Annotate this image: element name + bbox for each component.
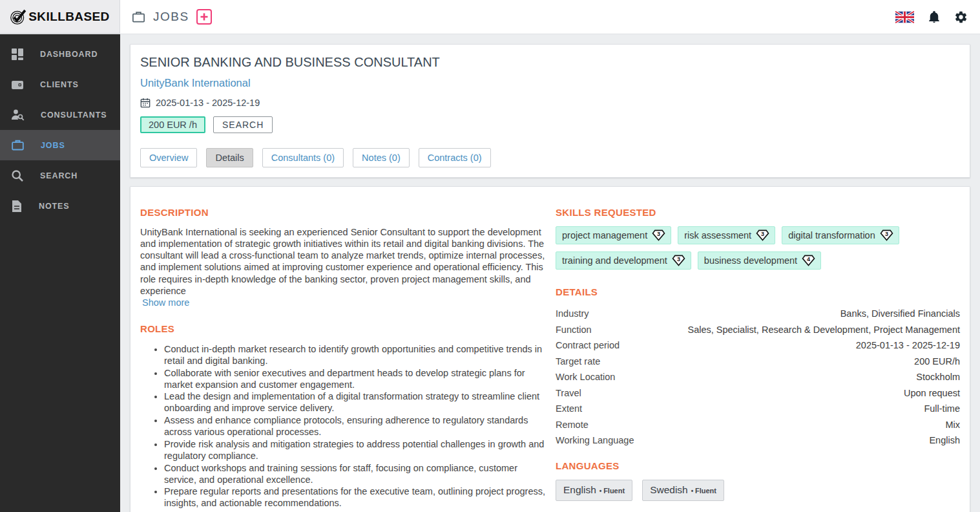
topbar-actions xyxy=(895,10,980,24)
svg-text:3: 3 xyxy=(657,231,660,237)
main-content: SENIOR BANKING AND BUSINESS CONSULTANT U… xyxy=(120,34,980,512)
description-column: DESCRIPTION UnityBank International is s… xyxy=(140,207,547,509)
contract-dates: 2025-01-13 - 2025-12-19 xyxy=(140,98,960,108)
plus-icon xyxy=(200,12,209,21)
calendar-icon xyxy=(140,98,151,108)
sidebar-item-label: DASHBOARD xyxy=(40,50,98,59)
tab-notes[interactable]: Notes (0) xyxy=(353,148,410,167)
detail-row-target-rate: Target rate 200 EUR/h xyxy=(556,354,960,370)
sidebar-item-consultants[interactable]: CONSULTANTS xyxy=(0,100,120,130)
skill-level-gem-icon: 3 xyxy=(652,229,665,241)
job-title: SENIOR BANKING AND BUSINESS CONSULTANT xyxy=(140,55,960,70)
skill-name: project management xyxy=(562,230,647,240)
sidebar-item-label: JOBS xyxy=(41,141,65,150)
rate-badge: 200 EUR /h xyxy=(140,116,205,133)
detail-row-remote: Remote Mix xyxy=(556,417,960,433)
briefcase-icon xyxy=(11,138,25,152)
skill-name: digital transformation xyxy=(788,230,875,240)
job-details-card: DESCRIPTION UnityBank International is s… xyxy=(130,186,970,512)
sidebar-nav: DASHBOARD CLIENTS CONSULTANTS xyxy=(0,34,120,512)
notes-icon xyxy=(11,200,23,213)
skill-level-gem-icon: 3 xyxy=(880,229,893,241)
tab-consultants[interactable]: Consultants (0) xyxy=(262,148,344,167)
brand-logo[interactable]: SKILLBASED xyxy=(0,0,120,34)
role-item: Prepare regular reports and presentation… xyxy=(164,485,547,509)
sidebar-item-dashboard[interactable]: DASHBOARD xyxy=(0,39,120,69)
roles-list: Conduct in-depth market research to iden… xyxy=(140,343,547,509)
search-button[interactable]: SEARCH xyxy=(213,116,273,133)
detail-row-travel: Travel Upon request xyxy=(556,385,960,401)
sidebar-item-jobs[interactable]: JOBS xyxy=(0,130,120,160)
rate-row: 200 EUR /h SEARCH xyxy=(140,116,960,133)
details-rows: Industry Banks, Diversified Financials F… xyxy=(556,306,960,449)
sidebar-item-clients[interactable]: CLIENTS xyxy=(0,69,120,100)
skill-level-gem-icon: 3 xyxy=(756,229,769,241)
dashboard-icon xyxy=(11,48,24,61)
briefcase-icon xyxy=(131,10,146,25)
description-heading: DESCRIPTION xyxy=(140,207,547,218)
detail-row-working-language: Working Language English xyxy=(556,432,960,449)
languages-heading: LANGUAGES xyxy=(556,460,960,471)
detail-row-contract-period: Contract period 2025-01-13 - 2025-12-19 xyxy=(556,337,960,354)
sidebar-item-label: NOTES xyxy=(39,202,70,211)
add-job-button[interactable] xyxy=(196,9,212,25)
language-badge-english: English Fluent xyxy=(556,480,632,501)
skill-badge: business development 4 xyxy=(698,251,821,270)
skill-name: training and development xyxy=(562,255,667,266)
tab-overview[interactable]: Overview xyxy=(140,148,197,167)
page-title: JOBS xyxy=(153,10,189,24)
sidebar-item-label: SEARCH xyxy=(40,171,78,180)
clients-icon xyxy=(11,78,24,91)
role-item: Conduct in-depth market research to iden… xyxy=(164,343,547,367)
show-more-link[interactable]: Show more xyxy=(142,297,189,308)
skill-level-gem-icon: 4 xyxy=(802,255,815,266)
detail-row-work-location: Work Location Stockholm xyxy=(556,369,960,385)
skill-name: risk assessment xyxy=(684,230,751,240)
skill-badge: risk assessment 3 xyxy=(678,226,775,244)
svg-text:3: 3 xyxy=(885,231,888,237)
skill-badge: digital transformation 3 xyxy=(782,226,899,244)
notifications-bell-icon[interactable] xyxy=(928,10,941,24)
role-item: Collaborate with senior executives and d… xyxy=(164,367,547,390)
description-text: UnityBank International is seeking an ex… xyxy=(140,226,547,297)
language-badges: English Fluent Swedish Fluent xyxy=(556,480,960,501)
svg-text:3: 3 xyxy=(677,256,680,262)
details-column: SKILLS REQUESTED project management 3 ri… xyxy=(556,207,960,509)
sidebar-item-search[interactable]: SEARCH xyxy=(0,160,120,191)
sidebar-item-notes[interactable]: NOTES xyxy=(0,191,120,221)
svg-text:3: 3 xyxy=(761,231,764,237)
roles-heading: ROLES xyxy=(140,323,547,334)
details-heading: DETAILS xyxy=(556,286,960,297)
skill-name: business development xyxy=(704,255,797,266)
tab-contracts[interactable]: Contracts (0) xyxy=(419,148,491,167)
language-flag-uk-icon[interactable] xyxy=(895,11,914,23)
role-item: Provide risk analysis and mitigation str… xyxy=(164,438,547,462)
skill-badges: project management 3 risk assessment 3 d… xyxy=(556,226,960,270)
sidebar-item-label: CONSULTANTS xyxy=(41,111,107,120)
date-range-text: 2025-01-13 - 2025-12-19 xyxy=(156,98,260,108)
role-item: Conduct workshops and training sessions … xyxy=(164,462,547,485)
role-item: Lead the design and implementation of a … xyxy=(164,390,547,414)
client-link[interactable]: UnityBank International xyxy=(140,77,251,89)
detail-row-function: Function Sales, Specialist, Research & D… xyxy=(556,322,960,338)
skill-badge: training and development 3 xyxy=(556,251,691,270)
sidebar-item-label: CLIENTS xyxy=(40,80,79,89)
skill-badge: project management 3 xyxy=(556,226,671,244)
detail-row-industry: Industry Banks, Diversified Financials xyxy=(556,306,960,322)
settings-gear-icon[interactable] xyxy=(954,10,968,24)
job-tabs: Overview Details Consultants (0) Notes (… xyxy=(140,148,960,167)
language-badge-swedish: Swedish Fluent xyxy=(642,480,724,501)
topbar: SKILLBASED JOBS xyxy=(0,0,980,34)
detail-row-extent: Extent Full-time xyxy=(556,401,960,417)
svg-text:4: 4 xyxy=(807,256,810,262)
target-check-icon xyxy=(10,8,27,25)
job-header-card: SENIOR BANKING AND BUSINESS CONSULTANT U… xyxy=(130,44,970,178)
consultants-icon xyxy=(11,109,25,122)
skills-heading: SKILLS REQUESTED xyxy=(556,207,960,218)
skill-level-gem-icon: 3 xyxy=(672,255,685,266)
role-item: Assess and enhance compliance protocols,… xyxy=(164,414,547,438)
search-icon xyxy=(11,169,24,182)
brand-name: SKILLBASED xyxy=(28,10,109,24)
page-header: JOBS xyxy=(131,9,212,25)
tab-details[interactable]: Details xyxy=(206,148,253,167)
